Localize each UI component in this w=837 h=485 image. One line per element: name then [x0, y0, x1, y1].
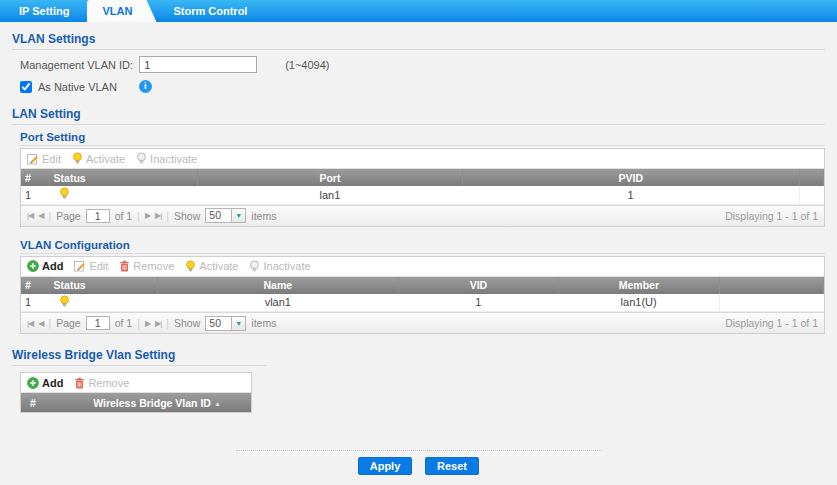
last-page-button[interactable]: ▶| [155, 319, 161, 328]
vlan-configuration-pager: |◀ ◀ | Page of 1 | ▶ ▶| | Show 50 ▼ item… [21, 312, 824, 333]
displaying-status: Displaying 1 - 1 of 1 [725, 317, 818, 329]
show-label: Show [174, 317, 200, 329]
remove-label: Remove [88, 377, 129, 389]
page-label: Page [56, 210, 81, 222]
tab-ip-setting[interactable]: IP Setting [2, 0, 87, 22]
footer-buttons: Apply Reset [0, 457, 837, 475]
page-size-select[interactable]: 50 ▼ [205, 316, 246, 331]
items-label: items [251, 317, 276, 329]
pager-separator: | [48, 317, 51, 329]
native-vlan-checkbox[interactable] [20, 81, 32, 93]
page-size-value: 50 [206, 317, 231, 330]
bulb-off-icon [136, 152, 147, 165]
column-header-num[interactable]: # [21, 397, 63, 409]
last-page-button[interactable]: ▶| [155, 211, 161, 220]
vlan-configuration-header-row: # Status Name VID Member [21, 277, 824, 294]
tab-vlan[interactable]: VLAN [87, 0, 157, 22]
row-filler-cell [719, 294, 823, 312]
port-setting-pager: |◀ ◀ | Page of 1 | ▶ ▶| | Show 50 ▼ item… [21, 205, 824, 226]
pager-separator: | [48, 210, 51, 222]
management-vlan-row: Management VLAN ID: (1~4094) [20, 56, 825, 73]
activate-button[interactable]: Activate [72, 152, 125, 165]
add-label: Add [42, 260, 63, 272]
management-vlan-input[interactable] [139, 56, 257, 73]
edit-icon [74, 260, 86, 272]
native-vlan-row: As Native VLAN i [20, 80, 825, 93]
add-button[interactable]: Add [27, 260, 63, 272]
port-setting-toolbar: Edit Activate Inactivate [21, 149, 824, 169]
column-header-num[interactable]: # [21, 169, 49, 186]
table-row[interactable]: 1 vlan1 1 lan1(U) [21, 294, 824, 312]
column-header-port[interactable]: Port [198, 169, 463, 186]
footer: Apply Reset [0, 450, 837, 475]
bulb-on-icon [185, 260, 196, 273]
remove-button[interactable]: Remove [74, 377, 129, 389]
trash-icon [119, 260, 130, 272]
column-header-status[interactable]: Status [49, 169, 197, 186]
reset-button[interactable]: Reset [425, 457, 479, 475]
status-active-bulb-icon [59, 187, 70, 202]
port-setting-table-box: Edit Activate Inactivate # [20, 148, 825, 227]
column-header-status[interactable]: Status [49, 277, 157, 294]
add-button[interactable]: Add [27, 377, 63, 389]
inactivate-label: Inactivate [263, 260, 310, 272]
page-of-label: of 1 [115, 210, 133, 222]
displaying-status: Displaying 1 - 1 of 1 [725, 210, 818, 222]
activate-button[interactable]: Activate [185, 260, 238, 273]
inactivate-button[interactable]: Inactivate [136, 152, 197, 165]
row-filler-cell [799, 186, 823, 204]
remove-button[interactable]: Remove [119, 260, 174, 272]
remove-label: Remove [133, 260, 174, 272]
vlan-configuration-title: VLAN Configuration [20, 239, 825, 254]
pager-separator: | [166, 210, 169, 222]
table-row[interactable]: 1 lan1 1 [21, 186, 824, 204]
first-page-button[interactable]: |◀ [27, 211, 33, 220]
edit-button[interactable]: Edit [27, 153, 61, 165]
content-area: VLAN Settings Management VLAN ID: (1~409… [0, 22, 837, 413]
footer-divider [236, 450, 602, 451]
column-header-pvid[interactable]: PVID [462, 169, 799, 186]
vlan-id-header-label: Wireless Bridge Vlan ID [93, 397, 211, 409]
column-header-vlan-id[interactable]: Wireless Bridge Vlan ID▲ [63, 397, 251, 409]
port-setting-header-row: # Status Port PVID [21, 169, 824, 186]
vlan-settings-form: Management VLAN ID: (1~4094) As Native V… [12, 56, 825, 93]
wireless-bridge-table-box: Add Remove # Wireless Bridge Vlan ID▲ [20, 372, 252, 413]
row-status-cell [49, 294, 157, 312]
status-active-bulb-icon [59, 295, 70, 310]
lan-setting-title: LAN Setting [12, 107, 825, 125]
next-page-button[interactable]: ▶ [145, 319, 150, 328]
column-header-member[interactable]: Member [559, 277, 720, 294]
port-setting-table: # Status Port PVID 1 [21, 169, 824, 205]
page-label: Page [56, 317, 81, 329]
wireless-bridge-title: Wireless Bridge Vlan Setting [12, 348, 267, 366]
row-vid-cell: 1 [398, 294, 559, 312]
edit-button[interactable]: Edit [74, 260, 108, 272]
add-label: Add [42, 377, 63, 389]
row-pvid-cell: 1 [462, 186, 799, 204]
column-header-num[interactable]: # [21, 277, 49, 294]
tab-storm-control[interactable]: Storm Control [156, 0, 264, 22]
prev-page-button[interactable]: ◀ [38, 319, 43, 328]
pager-separator: | [137, 317, 140, 329]
row-status-cell [49, 186, 197, 204]
first-page-button[interactable]: |◀ [27, 319, 33, 328]
page-number-input[interactable] [86, 316, 110, 330]
pager-separator: | [166, 317, 169, 329]
pager-separator: | [137, 210, 140, 222]
trash-icon [74, 377, 85, 389]
edit-label: Edit [42, 153, 61, 165]
column-header-vid[interactable]: VID [398, 277, 559, 294]
prev-page-button[interactable]: ◀ [38, 211, 43, 220]
page-of-label: of 1 [115, 317, 133, 329]
vlan-configuration-toolbar: Add Edit Remove Activate [21, 257, 824, 277]
apply-button[interactable]: Apply [358, 457, 412, 475]
chevron-down-icon: ▼ [231, 209, 245, 222]
page-number-input[interactable] [86, 209, 110, 223]
column-header-name[interactable]: Name [157, 277, 398, 294]
info-icon[interactable]: i [139, 80, 152, 93]
page-size-select[interactable]: 50 ▼ [205, 208, 246, 223]
column-header-filler [799, 169, 823, 186]
next-page-button[interactable]: ▶ [145, 211, 150, 220]
edit-label: Edit [89, 260, 108, 272]
inactivate-button[interactable]: Inactivate [249, 260, 310, 273]
